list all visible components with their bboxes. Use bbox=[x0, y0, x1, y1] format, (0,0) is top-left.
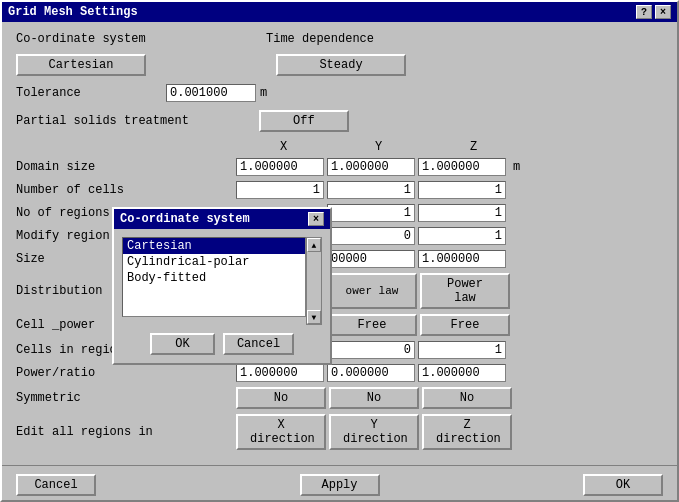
listbox-item-cylindrical[interactable]: Cylindrical-polar bbox=[123, 254, 305, 270]
title-bar: Grid Mesh Settings ? × bbox=[2, 2, 677, 22]
popup-close-button[interactable]: × bbox=[308, 212, 324, 226]
symmetric-x-btn[interactable]: No bbox=[236, 387, 326, 409]
cells-z-input[interactable] bbox=[418, 181, 506, 199]
listbox-item-cartesian[interactable]: Cartesian bbox=[123, 238, 305, 254]
tolerance-label: Tolerance bbox=[16, 86, 166, 100]
coordinate-popup: Co-ordinate system × Cartesian Cylindric… bbox=[112, 207, 332, 365]
symmetric-label: Symmetric bbox=[16, 391, 166, 405]
scroll-down-arrow[interactable]: ▼ bbox=[307, 310, 321, 324]
ok-button[interactable]: OK bbox=[583, 474, 663, 496]
tolerance-input[interactable] bbox=[166, 84, 256, 102]
edit-label: Edit all regions in bbox=[16, 425, 166, 439]
domain-x-input[interactable] bbox=[236, 158, 324, 176]
symmetric-row: Symmetric No No No bbox=[16, 387, 663, 409]
popup-title-text: Co-ordinate system bbox=[120, 212, 250, 226]
window-title: Grid Mesh Settings bbox=[8, 5, 138, 19]
coordinate-listbox[interactable]: Cartesian Cylindrical-polar Body-fitted bbox=[122, 237, 306, 317]
size-z-input[interactable] bbox=[418, 250, 506, 268]
buttons-row: Cartesian Steady bbox=[16, 54, 663, 76]
cell-power-z-btn[interactable]: Free bbox=[420, 314, 510, 336]
close-button[interactable]: × bbox=[655, 5, 671, 19]
z-header: Z bbox=[426, 140, 521, 154]
cells-label: Number of cells bbox=[16, 183, 166, 197]
tolerance-row: Tolerance m bbox=[16, 84, 663, 102]
steady-button[interactable]: Steady bbox=[276, 54, 406, 76]
power-z-input[interactable] bbox=[418, 364, 506, 382]
edit-row: Edit all regions in X direction Y direct… bbox=[16, 414, 663, 450]
popup-content: Cartesian Cylindrical-polar Body-fitted … bbox=[114, 229, 330, 363]
section-headers-row: Co-ordinate system Time dependence bbox=[16, 32, 663, 46]
listbox-item-body-fitted[interactable]: Body-fitted bbox=[123, 270, 305, 286]
cell-power-y-btn[interactable]: Free bbox=[327, 314, 417, 336]
regions-y-input[interactable] bbox=[327, 204, 415, 222]
domain-unit: m bbox=[513, 160, 520, 174]
distribution-z-btn[interactable]: Power law bbox=[420, 273, 510, 309]
symmetric-y-btn[interactable]: No bbox=[329, 387, 419, 409]
modify-z-input[interactable] bbox=[418, 227, 506, 245]
power-x-input[interactable] bbox=[236, 364, 324, 382]
scroll-up-arrow[interactable]: ▲ bbox=[307, 238, 321, 252]
cells-region-y-input[interactable] bbox=[327, 341, 415, 359]
listbox-scrollbar[interactable]: ▲ ▼ bbox=[306, 237, 322, 325]
help-button[interactable]: ? bbox=[636, 5, 652, 19]
bottom-bar: Cancel Apply OK bbox=[2, 465, 677, 502]
listbox-container: Cartesian Cylindrical-polar Body-fitted … bbox=[122, 237, 322, 325]
regions-z-input[interactable] bbox=[418, 204, 506, 222]
distribution-y-btn[interactable]: ower law bbox=[327, 273, 417, 309]
size-y-input[interactable] bbox=[327, 250, 415, 268]
partial-button[interactable]: Off bbox=[259, 110, 349, 132]
popup-window: Co-ordinate system × Cartesian Cylindric… bbox=[112, 207, 332, 365]
power-y-input[interactable] bbox=[327, 364, 415, 382]
cells-x-input[interactable] bbox=[236, 181, 324, 199]
domain-z-input[interactable] bbox=[418, 158, 506, 176]
popup-title-bar: Co-ordinate system × bbox=[114, 209, 330, 229]
main-window: Grid Mesh Settings ? × Co-ordinate syste… bbox=[0, 0, 679, 502]
coordinate-system-label: Co-ordinate system bbox=[16, 32, 166, 46]
edit-z-btn[interactable]: Z direction bbox=[422, 414, 512, 450]
title-bar-buttons: ? × bbox=[636, 5, 671, 19]
cells-region-z-input[interactable] bbox=[418, 341, 506, 359]
tolerance-unit: m bbox=[260, 86, 267, 100]
cartesian-button[interactable]: Cartesian bbox=[16, 54, 146, 76]
main-content: Co-ordinate system Time dependence Carte… bbox=[2, 22, 677, 465]
domain-y-input[interactable] bbox=[327, 158, 415, 176]
cancel-button[interactable]: Cancel bbox=[16, 474, 96, 496]
x-header: X bbox=[236, 140, 331, 154]
xyz-headers: X Y Z bbox=[236, 140, 663, 154]
modify-y-input[interactable] bbox=[327, 227, 415, 245]
time-dependence-label: Time dependence bbox=[266, 32, 374, 46]
edit-x-btn[interactable]: X direction bbox=[236, 414, 326, 450]
edit-y-btn[interactable]: Y direction bbox=[329, 414, 419, 450]
domain-label: Domain size bbox=[16, 160, 166, 174]
popup-ok-button[interactable]: OK bbox=[150, 333, 215, 355]
cells-row: Number of cells bbox=[16, 181, 663, 199]
y-header: Y bbox=[331, 140, 426, 154]
symmetric-z-btn[interactable]: No bbox=[422, 387, 512, 409]
popup-buttons: OK Cancel bbox=[122, 333, 322, 355]
domain-row: Domain size m bbox=[16, 158, 663, 176]
power-row: Power/ratio bbox=[16, 364, 663, 382]
partial-label: Partial solids treatment bbox=[16, 114, 189, 128]
cells-y-input[interactable] bbox=[327, 181, 415, 199]
power-label: Power/ratio bbox=[16, 366, 166, 380]
partial-row: Partial solids treatment Off bbox=[16, 110, 663, 132]
apply-button[interactable]: Apply bbox=[300, 474, 380, 496]
popup-cancel-button[interactable]: Cancel bbox=[223, 333, 294, 355]
